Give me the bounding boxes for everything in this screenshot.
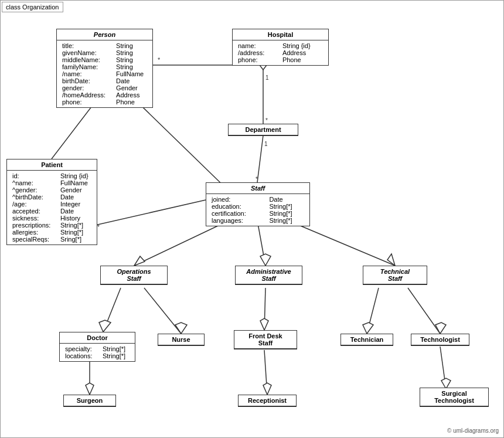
svg-line-23 bbox=[264, 288, 265, 330]
class-technician: Technician bbox=[340, 334, 393, 346]
svg-line-31 bbox=[264, 350, 267, 395]
svg-line-25 bbox=[367, 288, 379, 334]
svg-line-17 bbox=[288, 220, 395, 266]
class-surgeon: Surgeon bbox=[63, 395, 116, 407]
svg-line-13 bbox=[134, 220, 229, 266]
class-surgeon-header: Surgeon bbox=[64, 395, 115, 406]
class-technician-header: Technician bbox=[341, 334, 393, 345]
svg-marker-32 bbox=[263, 383, 271, 395]
svg-line-15 bbox=[257, 220, 265, 266]
class-admin-staff-header: AdministrativeStaff bbox=[236, 266, 302, 284]
class-staff-body: joined:Date education:String[*] certific… bbox=[206, 194, 309, 226]
svg-text:*: * bbox=[158, 56, 161, 63]
diagram-title: class Organization bbox=[2, 2, 63, 12]
svg-text:1: 1 bbox=[265, 74, 269, 81]
svg-line-19 bbox=[103, 288, 121, 332]
svg-line-27 bbox=[408, 288, 440, 334]
copyright-text: © uml-diagrams.org bbox=[447, 427, 499, 434]
class-surgical-technologist-header: SurgicalTechnologist bbox=[420, 388, 488, 406]
class-doctor: Doctor specialty:String[*] locations:Str… bbox=[59, 332, 135, 362]
class-tech-staff-header: TechnicalStaff bbox=[363, 266, 427, 284]
svg-line-21 bbox=[144, 288, 181, 334]
uml-diagram: class Organization * 1 * 1 * bbox=[0, 0, 504, 438]
class-hospital-body: name:String {id} /address:Address phone:… bbox=[233, 40, 328, 65]
class-admin-staff: AdministrativeStaff bbox=[235, 266, 302, 285]
svg-marker-26 bbox=[363, 322, 373, 334]
class-nurse: Nurse bbox=[158, 334, 205, 346]
class-doctor-header: Doctor bbox=[60, 332, 135, 344]
class-patient: Patient id:String {id} ^name:FullName ^g… bbox=[6, 159, 97, 245]
class-technologist: Technologist bbox=[411, 334, 469, 346]
class-person-body: title:String givenName:String middleName… bbox=[57, 40, 152, 107]
svg-line-33 bbox=[440, 347, 446, 389]
class-ops-staff: OperationsStaff bbox=[100, 266, 168, 285]
class-person: Person title:String givenName:String mid… bbox=[56, 29, 153, 108]
class-patient-body: id:String {id} ^name:FullName ^gender:Ge… bbox=[7, 171, 97, 245]
class-doctor-body: specialty:String[*] locations:String[*] bbox=[60, 344, 135, 361]
class-surgical-technologist: SurgicalTechnologist bbox=[420, 388, 489, 407]
svg-marker-16 bbox=[260, 254, 271, 266]
svg-text:*: * bbox=[97, 224, 100, 230]
class-receptionist-header: Receptionist bbox=[239, 395, 296, 406]
svg-text:*: * bbox=[256, 176, 258, 182]
class-patient-header: Patient bbox=[7, 159, 97, 171]
svg-marker-18 bbox=[387, 254, 395, 266]
svg-marker-22 bbox=[175, 322, 187, 334]
class-hospital: Hospital name:String {id} /address:Addre… bbox=[232, 29, 329, 66]
class-technologist-header: Technologist bbox=[411, 334, 469, 345]
svg-text:*: * bbox=[265, 117, 268, 124]
class-hospital-header: Hospital bbox=[233, 29, 328, 40]
svg-marker-30 bbox=[86, 383, 94, 395]
class-front-desk-staff: Front DeskStaff bbox=[234, 330, 297, 349]
class-department-header: Department bbox=[229, 124, 298, 135]
class-front-desk-staff-header: Front DeskStaff bbox=[234, 331, 297, 349]
class-person-header: Person bbox=[57, 29, 152, 40]
class-staff: Staff joined:Date education:String[*] ce… bbox=[206, 182, 310, 226]
svg-marker-20 bbox=[99, 320, 111, 332]
class-ops-staff-header: OperationsStaff bbox=[101, 266, 167, 284]
class-department: Department bbox=[228, 124, 298, 136]
class-staff-header: Staff bbox=[206, 183, 309, 194]
svg-marker-14 bbox=[134, 256, 145, 266]
class-nurse-header: Nurse bbox=[158, 334, 204, 345]
svg-marker-28 bbox=[435, 322, 446, 334]
svg-marker-24 bbox=[260, 318, 268, 330]
class-receptionist: Receptionist bbox=[238, 395, 297, 407]
svg-line-6 bbox=[257, 135, 263, 182]
class-tech-staff: TechnicalStaff bbox=[363, 266, 427, 285]
svg-text:1: 1 bbox=[264, 141, 268, 147]
